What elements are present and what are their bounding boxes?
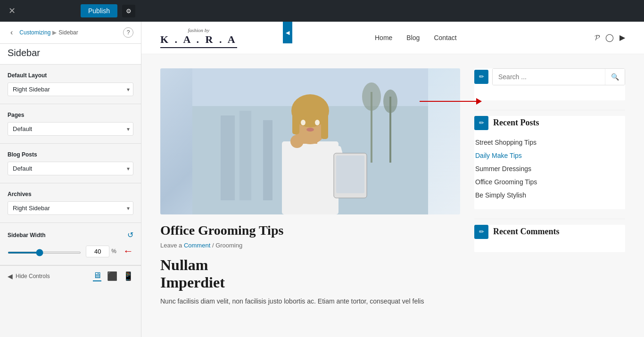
close-button[interactable]: ✕ <box>5 4 19 18</box>
article-image <box>160 68 460 214</box>
archives-select[interactable]: Right Sidebar Left Sidebar No Sidebar De… <box>8 201 133 215</box>
desktop-icon[interactable]: 🖥 <box>93 271 101 281</box>
red-arrow-right <box>420 98 482 105</box>
refresh-icon[interactable]: ↺ <box>127 230 133 239</box>
list-item: Summer Dressings <box>475 162 625 175</box>
recent-posts-edit-button[interactable]: ✏ <box>474 116 488 130</box>
panel-title: Sidebar <box>0 44 141 65</box>
comment-link[interactable]: Comment <box>184 242 210 249</box>
blog-posts-section: Blog Posts Default Right Sidebar Left Si… <box>0 144 141 183</box>
blog-posts-label: Blog Posts <box>8 151 133 158</box>
sidebar-widgets: ✏ 🔍 ✏ Recent Posts <box>474 68 625 323</box>
top-bar: ✕ Publish ⚙ <box>0 0 644 22</box>
preview-area: ◀ fashion by K . A . R . A Home Blog Con… <box>141 22 644 337</box>
default-layout-label: Default Layout <box>8 72 133 79</box>
sidebar-width-label: Sidebar Width <box>8 232 46 238</box>
breadcrumb: Customizing ▶ Sidebar <box>19 29 119 36</box>
youtube-icon[interactable]: ▶ <box>619 33 625 42</box>
recent-comments-title: Recent Comments <box>493 227 559 237</box>
slider-row: % ← <box>8 245 133 257</box>
blog-posts-select[interactable]: Default Right Sidebar Left Sidebar No Si… <box>8 162 133 175</box>
svg-rect-3 <box>239 111 251 200</box>
nav-contact[interactable]: Contact <box>434 34 456 41</box>
nav-blog[interactable]: Blog <box>406 34 420 41</box>
list-item: Street Shopping Tips <box>475 136 625 149</box>
recent-comments-header: ✏ Recent Comments <box>474 225 625 239</box>
archives-section: Archives Right Sidebar Left Sidebar No S… <box>0 183 141 223</box>
article-body: Nunc facilisis diam velit, non facilisis… <box>160 296 460 307</box>
search-widget-edit-button[interactable]: ✏ <box>474 70 488 84</box>
width-slider[interactable] <box>8 252 81 254</box>
search-widget: 🔍 <box>492 68 625 85</box>
archives-label: Archives <box>8 191 133 197</box>
tablet-icon[interactable]: ⬛ <box>107 271 117 281</box>
bottom-bar: ◀ Hide Controls 🖥 ⬛ 📱 <box>0 265 141 286</box>
width-input[interactable] <box>86 246 109 257</box>
pages-select[interactable]: Default Right Sidebar Left Sidebar No Si… <box>8 122 133 136</box>
pages-section: Pages Default Right Sidebar Left Sidebar… <box>0 104 141 144</box>
svg-rect-2 <box>221 115 235 200</box>
search-submit-button[interactable]: 🔍 <box>605 69 625 85</box>
sidebar-width-header: Sidebar Width ↺ <box>8 230 133 239</box>
post-link-summer[interactable]: Summer Dressings <box>475 165 531 173</box>
post-link-stylish[interactable]: Be Simply Stylish <box>475 191 526 199</box>
pinterest-icon[interactable]: 𝓟 <box>594 33 600 42</box>
site-content: Office Grooming Tips Leave a Comment / G… <box>141 54 644 337</box>
slider-wrap <box>8 247 81 255</box>
collapse-panel-button[interactable]: ◀ <box>283 22 292 43</box>
instagram-icon[interactable]: ◯ <box>605 33 614 42</box>
list-item: Daily Make Tips <box>475 149 625 162</box>
sidebar-width-section: Sidebar Width ↺ % ← <box>0 223 141 265</box>
recent-posts-list: Street Shopping Tips Daily Make Tips Sum… <box>474 136 625 202</box>
site-logo-brand: K . A . R . A <box>160 33 237 46</box>
search-widget-box: ✏ 🔍 <box>474 68 625 100</box>
post-link-street[interactable]: Street Shopping Tips <box>475 139 537 146</box>
list-item: Be Simply Stylish <box>475 189 625 202</box>
nav-home[interactable]: Home <box>375 34 392 41</box>
default-layout-select-wrap: Right Sidebar Left Sidebar No Sidebar Fu… <box>8 82 133 96</box>
svg-rect-20 <box>336 156 364 193</box>
recent-comments-widget: ✏ Recent Comments <box>474 225 625 252</box>
mobile-icon[interactable]: 📱 <box>123 271 133 281</box>
width-unit: % <box>111 248 116 255</box>
arrow-left-indicator: ← <box>123 245 133 257</box>
svg-point-17 <box>306 128 314 132</box>
site-logo-text: fashion by <box>160 27 237 33</box>
pages-label: Pages <box>8 112 133 118</box>
site-header: fashion by K . A . R . A Home Blog Conta… <box>141 22 644 54</box>
social-icons: 𝓟 ◯ ▶ <box>594 33 625 42</box>
site-nav: Home Blog Contact <box>375 34 457 41</box>
breadcrumb-parent[interactable]: Customizing <box>19 29 50 36</box>
svg-point-21 <box>290 135 304 148</box>
article-image-svg <box>160 68 460 214</box>
divider-2 <box>474 219 625 219</box>
search-input[interactable] <box>493 69 605 85</box>
list-item: Office Grooming Tips <box>475 175 625 189</box>
default-layout-section: Default Layout Right Sidebar Left Sideba… <box>0 65 141 104</box>
divider-1 <box>474 110 625 110</box>
article-meta: Leave a Comment / Grooming <box>160 242 460 249</box>
svg-rect-4 <box>263 120 272 200</box>
hide-controls-label: Hide Controls <box>16 273 50 279</box>
device-icons: 🖥 ⬛ 📱 <box>93 271 133 281</box>
svg-rect-13 <box>292 111 299 134</box>
svg-rect-14 <box>321 111 328 139</box>
back-button[interactable]: ‹ <box>8 27 16 38</box>
panel-header: ‹ Customizing ▶ Sidebar ? <box>0 22 141 44</box>
recent-comments-edit-button[interactable]: ✏ <box>474 225 488 239</box>
blog-posts-select-wrap: Default Right Sidebar Left Sidebar No Si… <box>8 162 133 175</box>
publish-button[interactable]: Publish <box>81 4 117 17</box>
pages-select-wrap: Default Right Sidebar Left Sidebar No Si… <box>8 122 133 136</box>
main-layout: ‹ Customizing ▶ Sidebar ? Sidebar Defaul… <box>0 22 644 337</box>
article-heading2: NullamImperdiet <box>160 256 460 291</box>
post-link-daily[interactable]: Daily Make Tips <box>475 152 522 159</box>
default-layout-select[interactable]: Right Sidebar Left Sidebar No Sidebar Fu… <box>8 82 133 96</box>
svg-rect-9 <box>282 141 339 214</box>
publish-gear-button[interactable]: ⚙ <box>122 5 135 17</box>
recent-posts-header: ✏ Recent Posts <box>474 116 625 130</box>
width-input-wrap: % <box>86 246 116 257</box>
customizer-panel: ‹ Customizing ▶ Sidebar ? Sidebar Defaul… <box>0 22 141 337</box>
hide-controls-button[interactable]: ◀ Hide Controls <box>8 272 50 280</box>
help-button[interactable]: ? <box>123 27 133 38</box>
post-link-office[interactable]: Office Grooming Tips <box>475 178 537 186</box>
